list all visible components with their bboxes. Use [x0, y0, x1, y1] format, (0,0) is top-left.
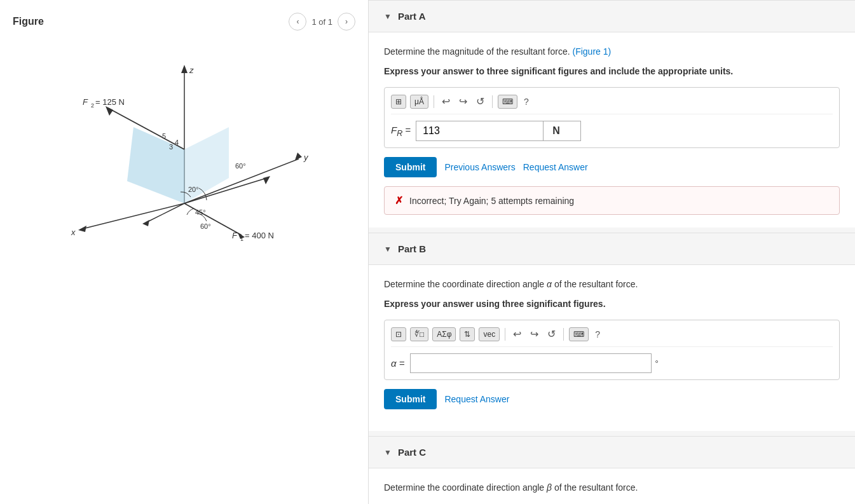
part-c-section: ▼ Part C Determine the coordinate direct… — [369, 436, 855, 504]
part-b-help-button[interactable]: ? — [592, 328, 603, 341]
part-b-redo-icon: ↪ — [530, 329, 538, 339]
help-button[interactable]: ? — [521, 95, 531, 108]
undo-icon: ↩ — [442, 96, 450, 107]
svg-text:2: 2 — [91, 102, 94, 109]
part-b-chevron-icon: ▼ — [384, 245, 392, 254]
figure-header: Figure ‹ 1 of 1 › — [13, 13, 355, 31]
part-c-chevron-icon: ▼ — [384, 448, 392, 457]
part-b-value-input[interactable] — [410, 353, 652, 373]
part-c-description: Determine the coordinate direction angle… — [384, 481, 840, 494]
part-a-request-answer-link[interactable]: Request Answer — [523, 162, 588, 172]
part-b-redo-button[interactable]: ↪ — [528, 327, 541, 341]
error-x-icon: ✗ — [395, 194, 403, 207]
figure-diagram: z y x F 2 = 125 N 5 3 4 F — [44, 51, 324, 242]
part-a-action-row: Submit Previous Answers Request Answer — [384, 157, 840, 177]
part-b-formula-label: α = — [391, 358, 405, 369]
part-a-error-box: ✗ Incorrect; Try Again; 5 attempts remai… — [384, 186, 840, 215]
part-a-submit-button[interactable]: Submit — [384, 157, 437, 177]
part-a-chevron-icon: ▼ — [384, 12, 392, 21]
figure-next-button[interactable]: › — [338, 13, 355, 31]
svg-marker-1 — [181, 65, 188, 73]
part-b-arrows-button[interactable]: ⇅ — [460, 327, 475, 341]
part-b-sigma-button[interactable]: ΑΣφ — [432, 327, 456, 341]
part-b-sep-2 — [563, 328, 564, 341]
redo-button[interactable]: ↪ — [456, 94, 470, 109]
part-a-description: Determine the magnitude of the resultant… — [384, 45, 840, 58]
svg-text:45°: 45° — [195, 208, 206, 216]
svg-text:y: y — [303, 153, 309, 162]
svg-text:20°: 20° — [188, 186, 199, 193]
part-b-request-answer-link[interactable]: Request Answer — [444, 394, 509, 404]
part-b-input-row: α = ° — [391, 353, 833, 373]
part-a-instruction: Express your answer to three significant… — [384, 65, 840, 78]
svg-text:= 400 N: = 400 N — [245, 231, 274, 240]
part-b-radical-button[interactable]: ∜□ — [410, 327, 428, 341]
svg-text:F: F — [232, 231, 238, 240]
part-a-previous-answers-link[interactable]: Previous Answers — [444, 162, 515, 172]
matrix-icon: ⊞ — [395, 97, 402, 106]
keyboard-icon: ⌨ — [502, 97, 513, 106]
part-a-error-text: Incorrect; Try Again; 5 attempts remaini… — [409, 196, 574, 206]
svg-text:F: F — [83, 97, 88, 107]
svg-text:4: 4 — [175, 139, 179, 146]
part-b-title: Part B — [398, 243, 426, 254]
toolbar-separator-1 — [434, 95, 434, 108]
refresh-button[interactable]: ↺ — [474, 94, 487, 109]
undo-button[interactable]: ↩ — [439, 94, 453, 109]
right-panel: ▼ Part A Determine the magnitude of the … — [369, 0, 855, 504]
figure-1-link[interactable]: (Figure 1) — [573, 46, 612, 57]
svg-text:3: 3 — [169, 143, 173, 151]
mu-button[interactable]: μÅ — [410, 95, 428, 109]
part-b-sep-1 — [505, 328, 505, 341]
part-b-refresh-icon: ↺ — [547, 329, 556, 339]
part-a-input-row: FR = N — [391, 121, 833, 141]
refresh-icon: ↺ — [476, 96, 484, 107]
svg-text:x: x — [71, 228, 76, 237]
part-b-radical-icon: ∜□ — [414, 330, 424, 339]
part-a-toolbar: ⊞ μÅ ↩ ↪ ↺ — [391, 94, 833, 114]
part-b-toolbar: ⊡ ∜□ ΑΣφ ⇅ vec ↩ — [391, 327, 833, 347]
part-c-content: Determine the coordinate direction angle… — [369, 468, 855, 504]
part-b-description: Determine the coordinate direction angle… — [384, 278, 840, 291]
part-c-title: Part C — [398, 447, 426, 458]
figure-title: Figure — [13, 16, 44, 27]
part-a-unit: N — [543, 121, 581, 141]
part-b-undo-icon: ↩ — [513, 329, 521, 339]
part-b-submit-button[interactable]: Submit — [384, 389, 437, 409]
part-a-section: ▼ Part A Determine the magnitude of the … — [369, 0, 855, 228]
svg-line-26 — [146, 203, 184, 222]
part-b-unit: ° — [655, 358, 659, 368]
part-b-refresh-button[interactable]: ↺ — [545, 327, 558, 341]
part-b-undo-button[interactable]: ↩ — [510, 327, 524, 341]
toolbar-separator-2 — [492, 95, 493, 108]
part-b-content: Determine the coordinate direction angle… — [369, 265, 855, 431]
part-a-formula-box: ⊞ μÅ ↩ ↪ ↺ — [384, 87, 840, 148]
part-b-matrix-button[interactable]: ⊡ — [391, 327, 406, 341]
svg-text:5: 5 — [162, 132, 166, 140]
svg-line-6 — [83, 203, 184, 229]
part-b-vec-button[interactable]: vec — [479, 327, 500, 341]
part-a-value-input[interactable] — [416, 121, 543, 141]
figure-area: z y x F 2 = 125 N 5 3 4 F — [13, 38, 355, 254]
left-panel: Figure ‹ 1 of 1 › z y x — [0, 0, 369, 504]
keyboard-button[interactable]: ⌨ — [498, 95, 517, 109]
svg-marker-7 — [78, 226, 86, 232]
matrix-icon-button[interactable]: ⊞ — [391, 95, 406, 109]
mu-icon: μÅ — [414, 97, 424, 106]
part-a-title: Part A — [398, 11, 426, 22]
part-a-header[interactable]: ▼ Part A — [369, 1, 855, 32]
part-b-action-row: Submit Request Answer — [384, 389, 840, 409]
part-b-header[interactable]: ▼ Part B — [369, 233, 855, 265]
part-b-keyboard-button[interactable]: ⌨ — [569, 327, 589, 341]
part-c-header[interactable]: ▼ Part C — [369, 437, 855, 468]
figure-prev-button[interactable]: ‹ — [289, 13, 306, 31]
part-b-vec-icon: vec — [483, 330, 495, 339]
part-b-section: ▼ Part B Determine the coordinate direct… — [369, 233, 855, 431]
part-b-sigma-icon: ΑΣφ — [437, 330, 451, 339]
svg-text:1: 1 — [240, 236, 243, 242]
part-a-formula-label: FR = — [391, 125, 411, 138]
question-icon: ? — [524, 97, 529, 107]
part-b-instruction: Express your answer using three signific… — [384, 297, 840, 311]
svg-text:z: z — [189, 65, 194, 75]
chevron-left-icon: ‹ — [296, 17, 299, 26]
